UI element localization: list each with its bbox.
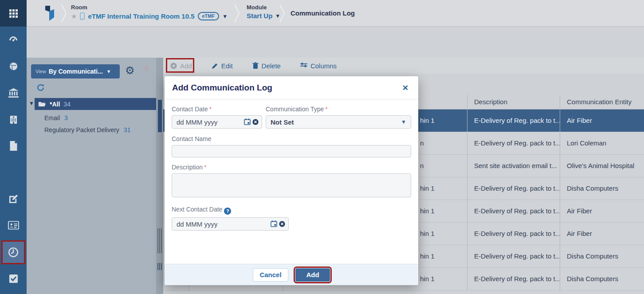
cell-entity: Air Fiber: [567, 207, 592, 215]
bank-icon: [8, 88, 19, 98]
app-window: Room ★ eTMF Internal Training Room 10.5 …: [0, 0, 644, 294]
tree-item-label: Email: [44, 114, 60, 122]
breadcrumb-module[interactable]: Module Start Up ▼: [247, 4, 280, 20]
delete-button[interactable]: Delete: [252, 62, 281, 70]
favorite-star-icon[interactable]: ★: [71, 12, 77, 20]
column-separator: [560, 95, 560, 290]
sidebar-item-documents[interactable]: [0, 136, 27, 156]
breadcrumb-room[interactable]: Room ★ eTMF Internal Training Room 10.5 …: [71, 4, 228, 20]
dialog-body: Contact Date* Communication Type*: [165, 99, 418, 231]
cell-description: E-Delivery of Reg. pack to t...: [474, 230, 561, 237]
help-icon[interactable]: ?: [224, 208, 231, 215]
cell-description: E-Delivery of Reg. pack to t...: [474, 207, 561, 215]
sidebar-item-contacts[interactable]: [0, 216, 27, 235]
top-bar: Room ★ eTMF Internal Training Room 10.5 …: [0, 0, 644, 27]
pencil-icon: [212, 63, 218, 69]
edit-square-icon: [8, 194, 19, 204]
sliders-icon: [300, 63, 307, 69]
sidebar-item-globe[interactable]: [0, 56, 27, 76]
calendar-icon[interactable]: [244, 118, 251, 125]
splitter-grip[interactable]: [157, 228, 162, 253]
breadcrumb-separator: [279, 4, 285, 23]
chevron-down-icon[interactable]: ▼: [222, 13, 228, 20]
sidebar-item-sites[interactable]: [0, 110, 27, 129]
breadcrumb-page: Communication Log: [291, 0, 355, 27]
scrollbar-thumb[interactable]: [158, 100, 162, 132]
view-by-dropdown[interactable]: View By Communicati... ▼: [31, 64, 120, 78]
module-label: Module: [247, 4, 280, 11]
communication-type-select[interactable]: Not Set ▼: [266, 115, 411, 129]
room-name[interactable]: eTMF Internal Training Room 10.5: [88, 12, 194, 20]
cell-entity: Disha Computers: [567, 184, 618, 192]
folder-open-icon: [38, 101, 46, 107]
document-icon: [9, 141, 18, 151]
cell-description: E-Delivery of Reg. pack to t...: [474, 117, 561, 124]
column-header-entity[interactable]: Communication Entity: [567, 98, 632, 106]
breadcrumb-separator: [234, 4, 240, 23]
close-icon[interactable]: ✕: [402, 83, 408, 93]
tree-item-all[interactable]: *All 34: [35, 98, 156, 110]
column-header-description[interactable]: Description: [474, 98, 507, 106]
add-communication-log-dialog: Add Communication Log ✕ Contact Date*: [165, 76, 418, 285]
clear-icon[interactable]: [252, 119, 259, 125]
cell-user: n: [420, 162, 424, 169]
cell-entity: Olive's Animal Hospital: [567, 162, 634, 169]
sidebar-item-edit[interactable]: [0, 189, 27, 208]
dialog-header: Add Communication Log ✕: [165, 76, 418, 99]
add-button-label: Add: [180, 62, 192, 70]
required-asterisk: *: [209, 106, 212, 113]
view-value: By Communicati...: [49, 68, 103, 75]
tree-item-count: 34: [63, 101, 71, 108]
description-textarea[interactable]: [172, 173, 411, 197]
cell-description: E-Delivery of Reg. pack to t...: [474, 139, 561, 147]
id-card-icon: [8, 221, 19, 230]
refresh-icon[interactable]: [36, 83, 45, 92]
cell-entity: Lori Coleman: [567, 139, 606, 147]
tree-expand-caret-icon[interactable]: ▼: [29, 100, 34, 106]
columns-button-label: Columns: [310, 62, 337, 70]
dialog-add-button[interactable]: Add: [295, 268, 330, 282]
cell-entity: Air Fiber: [567, 230, 592, 237]
sidebar-item-tasks[interactable]: [0, 269, 27, 288]
contact-date-label: Contact Date*: [172, 106, 262, 113]
sidebar-item-communication-log[interactable]: [1, 240, 25, 264]
check-square-icon: [8, 274, 19, 284]
chevron-down-icon: ▼: [106, 69, 111, 74]
next-contact-date-label: Next Contact Date?: [172, 206, 411, 215]
tree-item-regulatory-packet-delivery[interactable]: Regulatory Packet Delivery 31: [44, 126, 130, 133]
edit-button[interactable]: Edit: [212, 62, 233, 70]
column-separator: [467, 95, 467, 290]
cell-user: hin 1: [420, 117, 435, 124]
panel-splitter[interactable]: [156, 58, 163, 294]
left-nav-sidebar: [0, 27, 27, 294]
splitter-grip[interactable]: [157, 263, 162, 270]
cancel-button[interactable]: Cancel: [253, 268, 288, 282]
module-name[interactable]: Start Up: [247, 12, 272, 20]
columns-button[interactable]: Columns: [300, 62, 337, 70]
plus-circle-icon: [170, 63, 177, 69]
sidebar-item-institution[interactable]: [0, 83, 27, 102]
app-launcher-button[interactable]: [0, 0, 27, 27]
cell-user: hin 1: [420, 207, 435, 215]
tree-item-count: 3: [64, 114, 68, 122]
gear-icon[interactable]: ⚙: [125, 63, 135, 78]
tree-item-email[interactable]: Email 3: [44, 114, 68, 122]
cell-user: hin 1: [420, 275, 435, 282]
add-button[interactable]: Add: [170, 62, 192, 70]
contact-name-input[interactable]: [172, 145, 411, 157]
room-type-badge: eTMF: [198, 12, 220, 20]
clear-icon[interactable]: [279, 221, 285, 227]
trash-icon: [252, 62, 259, 69]
communication-type-value: Not Set: [271, 118, 294, 126]
calendar-icon[interactable]: [271, 220, 277, 227]
tree-item-count: 31: [124, 126, 131, 133]
cell-user: n: [420, 139, 424, 147]
required-asterisk: *: [325, 106, 327, 113]
dialog-footer: Cancel Add: [165, 264, 418, 285]
page-title-bar: Communication Log: [27, 27, 644, 58]
view-panel: View By Communicati... ▼ ⚙ ▼ *All 34 Ema…: [27, 58, 156, 294]
pin-icon[interactable]: [143, 66, 150, 74]
breadcrumb-separator: [61, 4, 67, 23]
sidebar-item-dashboard[interactable]: [0, 30, 27, 50]
device-icon: [80, 12, 85, 20]
